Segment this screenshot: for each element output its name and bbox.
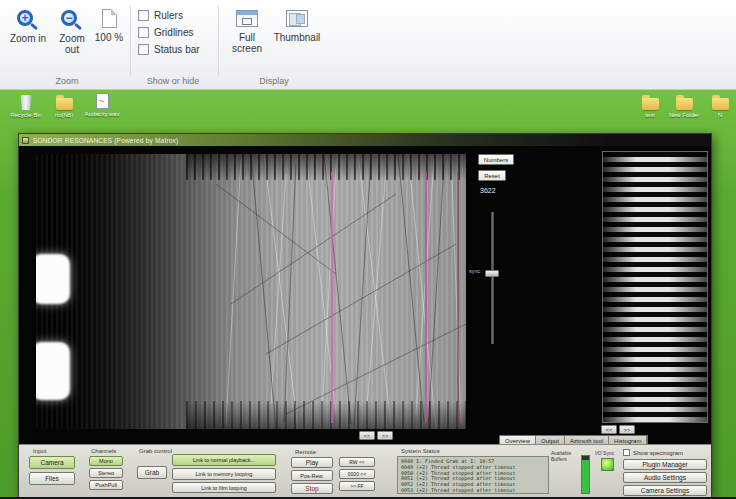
film-sprocket-hole — [36, 342, 70, 400]
camera-settings-button[interactable]: Camera Settings — [623, 485, 707, 496]
io-sync-label: I/O Sync — [595, 450, 614, 456]
zoom-in-label: Zoom in — [10, 33, 46, 44]
icon-label: Recycle Bin — [10, 112, 42, 118]
control-panel: Input Camera Files Channels Mono Stereo … — [19, 444, 711, 497]
folder-icon — [642, 98, 659, 110]
system-status-log: 0048 I: Finded Grab at I: 10:57 0049 (+2… — [397, 456, 549, 494]
sync-slider-track[interactable] — [491, 212, 494, 344]
screen: + Zoom in − Zoom out 100 % Zoom Rulers G… — [0, 0, 736, 499]
rewind-button[interactable]: RW << — [339, 457, 375, 467]
link-normal-playback-button[interactable]: Link to normal playback... — [172, 454, 276, 466]
stripe-next-button[interactable]: >> — [619, 425, 635, 434]
film-sprocket-hole — [36, 254, 70, 304]
stop-button[interactable]: Stop — [291, 483, 333, 494]
io-sync-indicator — [601, 458, 614, 471]
zero-button[interactable]: 0000 << — [339, 469, 375, 479]
display-group-label: Display — [222, 76, 326, 86]
full-screen-label: Full screen — [226, 32, 268, 54]
full-screen-button[interactable]: Full screen — [226, 8, 268, 54]
window-title: SONDOR RESONANCES (Powered by Matrox) — [33, 137, 178, 144]
stereo-button[interactable]: Stereo — [89, 468, 123, 478]
zoom-100-button[interactable]: 100 % — [94, 8, 124, 43]
icon-label: rio(N6) — [55, 112, 73, 118]
zoom-group-label: Zoom — [8, 76, 126, 86]
checkbox-icon — [138, 44, 149, 55]
link-memory-looping-button[interactable]: Link to memory looping — [172, 468, 276, 480]
zoom-100-label: 100 % — [95, 32, 123, 43]
system-status-label: System Status — [401, 448, 440, 454]
icon-label: Audacity.wav — [85, 111, 120, 117]
audio-file-icon: ~ — [96, 93, 109, 109]
zoom-out-label: Zoom out — [52, 33, 92, 55]
sondor-window: SONDOR RESONANCES (Powered by Matrox) — [18, 133, 712, 497]
statusbar-label: Status bar — [154, 44, 200, 55]
frame-counter: 3622 — [480, 187, 496, 194]
desktop-icon-test[interactable]: test — [632, 94, 668, 118]
ribbon-divider — [218, 6, 219, 75]
pushpull-button[interactable]: PushPull — [89, 480, 123, 490]
audio-settings-button[interactable]: Audio Settings — [623, 472, 707, 483]
gridlines-checkbox[interactable]: Gridlines — [138, 27, 193, 38]
show-spectrogram-checkbox[interactable]: Show spectrogram — [623, 449, 683, 456]
checkbox-icon — [138, 10, 149, 21]
thumbnail-label: Thumbnail — [274, 32, 321, 43]
log-line: 0053 (+2) Thread stopped after timeout — [401, 488, 545, 494]
sync-slider-handle[interactable] — [485, 270, 499, 277]
folder-icon — [676, 98, 693, 110]
folder-icon — [56, 98, 73, 110]
desktop-icon-audacity-wav[interactable]: ~ Audacity.wav — [84, 93, 120, 117]
sync-label: sync — [469, 268, 480, 274]
grab-group-label: Grab control — [139, 448, 172, 454]
available-buffers-label: Available Buffers — [551, 450, 579, 462]
marker-line-red — [457, 172, 459, 423]
reset-button[interactable]: Reset — [478, 170, 506, 181]
stripe-prev-button[interactable]: << — [601, 425, 617, 434]
document-icon — [102, 9, 117, 28]
zoom-out-icon: − — [61, 10, 77, 26]
ribbon: + Zoom in − Zoom out 100 % Zoom Rulers G… — [0, 0, 736, 90]
folder-icon — [712, 98, 729, 110]
icon-label: New Folder — [669, 112, 700, 118]
fast-forward-button[interactable]: >> FF — [339, 481, 375, 491]
marker-line-magenta — [331, 172, 333, 423]
film-prev-button[interactable]: << — [359, 431, 375, 440]
film-next-button[interactable]: >> — [377, 431, 393, 440]
recycle-bin-icon — [20, 95, 33, 110]
window-titlebar[interactable]: SONDOR RESONANCES (Powered by Matrox) — [19, 134, 711, 146]
film-scan-image[interactable] — [36, 154, 466, 429]
ribbon-divider — [130, 6, 131, 75]
grab-button[interactable]: Grab — [137, 466, 167, 479]
camera-button[interactable]: Camera — [29, 456, 75, 469]
buffer-gauge — [581, 455, 590, 494]
rulers-checkbox[interactable]: Rulers — [138, 10, 183, 21]
show-group-label: Show or hide — [130, 76, 216, 86]
remote-group-label: Remote — [295, 449, 316, 455]
link-film-looping-button[interactable]: Link to film looping — [172, 482, 276, 493]
desktop-icon-new-folder[interactable]: New Folder — [666, 94, 702, 118]
files-button[interactable]: Files — [29, 472, 75, 485]
mono-button[interactable]: Mono — [89, 456, 123, 466]
show-spectrogram-label: Show spectrogram — [633, 450, 683, 456]
play-button[interactable]: Play — [291, 457, 333, 468]
icon-label: test — [645, 112, 655, 118]
film-top-band — [186, 154, 466, 180]
thumbnail-button[interactable]: Thumbnail — [272, 8, 322, 43]
full-screen-icon — [236, 10, 258, 27]
thumbnail-icon — [286, 10, 308, 27]
desktop-icon-partial-folder[interactable]: N — [702, 94, 736, 118]
rulers-label: Rulers — [154, 10, 183, 21]
plugin-manager-button[interactable]: Plugin Manager — [623, 459, 707, 470]
numbers-button[interactable]: Numbers — [478, 154, 514, 165]
channels-group-label: Channels — [91, 448, 116, 454]
soundtrack-stripe-image[interactable] — [602, 151, 708, 423]
app-icon — [22, 137, 29, 144]
zoom-in-button[interactable]: + Zoom in — [8, 8, 48, 44]
checkbox-icon — [623, 449, 630, 456]
zoom-out-button[interactable]: − Zoom out — [52, 8, 92, 55]
film-scratches — [36, 154, 466, 429]
pos-rew-button[interactable]: Pos-Rew. — [291, 470, 333, 481]
desktop-icon-rio[interactable]: rio(N6) — [46, 94, 82, 118]
statusbar-checkbox[interactable]: Status bar — [138, 44, 200, 55]
gridlines-label: Gridlines — [154, 27, 193, 38]
desktop-icon-recycle-bin[interactable]: Recycle Bin — [8, 94, 44, 118]
